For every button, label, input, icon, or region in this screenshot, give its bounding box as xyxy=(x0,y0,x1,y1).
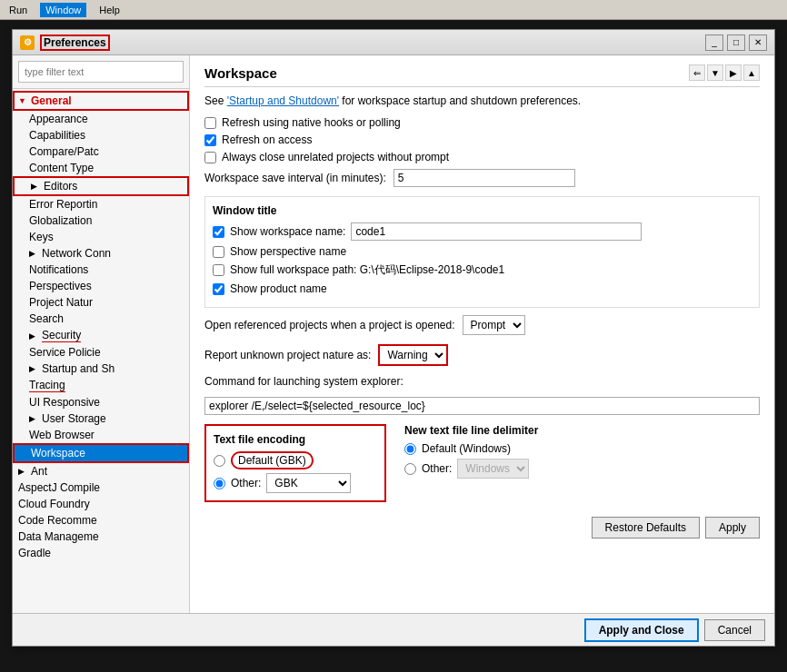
close-button[interactable]: ✕ xyxy=(749,35,767,51)
nav-back[interactable]: ⇐ xyxy=(689,64,705,81)
toggle-security[interactable]: ▶ xyxy=(29,331,40,341)
filter-input[interactable] xyxy=(18,61,184,83)
tree-item-web-browser[interactable]: Web Browser xyxy=(13,427,189,443)
encoding-other-label: Other: xyxy=(231,477,261,489)
tree-item-error-reporting[interactable]: Error Reportin xyxy=(13,196,189,212)
encoding-other-radio[interactable] xyxy=(214,478,225,489)
tree-area: ▼ General Appearance Capabilities Compar… xyxy=(13,89,189,613)
checkbox-product-name: Show product name xyxy=(213,282,752,295)
two-col-section: Text file encoding Default (GBK) Other: … xyxy=(204,424,760,502)
tree-item-perspectives[interactable]: Perspectives xyxy=(13,278,189,294)
startup-text: See 'Startup and Shutdown' for workspace… xyxy=(204,94,760,107)
open-projects-select[interactable]: Prompt Always Never xyxy=(463,315,525,335)
minimize-button[interactable]: _ xyxy=(705,35,723,51)
tree-item-security[interactable]: ▶ Security xyxy=(13,327,189,344)
checkbox-refresh-access: Refresh on access xyxy=(204,133,760,146)
startup-link[interactable]: 'Startup and Shutdown' xyxy=(227,94,339,107)
tree-item-general[interactable]: ▼ General xyxy=(13,91,189,111)
maximize-button[interactable]: □ xyxy=(727,35,745,51)
checkbox-refresh-native: Refresh using native hooks or polling xyxy=(204,116,760,129)
window-title-section: Window title Show workspace name: Show p… xyxy=(204,196,760,308)
tree-item-globalization[interactable]: Globalization xyxy=(13,212,189,229)
menu-run[interactable]: Run xyxy=(4,3,33,17)
command-row: Command for launching system explorer: xyxy=(204,375,760,388)
save-interval-input[interactable] xyxy=(394,169,575,187)
checkbox-workspace-name-input[interactable] xyxy=(213,226,224,238)
checkbox-close-unrelated: Always close unrelated projects without … xyxy=(204,151,760,163)
tree-item-compare[interactable]: Compare/Patc xyxy=(13,143,189,160)
tree-item-cloud-foundry[interactable]: Cloud Foundry xyxy=(13,496,189,512)
right-panel: Workspace ⇐ ▼ ▶ ▲ See 'Startup and Shutd… xyxy=(190,55,774,613)
menu-window[interactable]: Window xyxy=(40,3,86,17)
tree-item-project-natures[interactable]: Project Natur xyxy=(13,294,189,311)
tree-item-ant[interactable]: ▶ Ant xyxy=(13,463,189,479)
tree-item-ui-responsive[interactable]: UI Responsive xyxy=(13,394,189,410)
tree-item-data-management[interactable]: Data Manageme xyxy=(13,529,189,545)
restore-defaults-button[interactable]: Restore Defaults xyxy=(592,517,700,539)
dialog-footer: Apply and Close Cancel xyxy=(13,613,774,646)
cancel-button[interactable]: Cancel xyxy=(704,619,765,641)
checkbox-full-path-input[interactable] xyxy=(213,264,224,276)
line-delim-title: New text file line delimiter xyxy=(404,424,760,437)
apply-and-close-button[interactable]: Apply and Close xyxy=(584,618,699,642)
tree-item-gradle[interactable]: Gradle xyxy=(13,545,189,561)
window-title-label: Window title xyxy=(213,204,752,217)
command-input[interactable] xyxy=(204,397,760,415)
encoding-default-radio[interactable] xyxy=(214,455,225,467)
tree-item-appearance[interactable]: Appearance xyxy=(13,111,189,127)
open-projects-label: Open referenced projects when a project … xyxy=(204,319,455,331)
unknown-nature-label: Report unknown project nature as: xyxy=(204,349,371,361)
nav-down[interactable]: ▼ xyxy=(707,64,723,81)
panel-buttons: Restore Defaults Apply xyxy=(204,517,760,539)
menu-help[interactable]: Help xyxy=(94,3,125,17)
toggle-network[interactable]: ▶ xyxy=(29,249,40,258)
tree-item-tracing[interactable]: Tracing xyxy=(13,377,189,394)
tree-item-search[interactable]: Search xyxy=(13,311,189,327)
line-delim-other-select[interactable]: Windows Unix xyxy=(457,459,529,479)
tree-item-aspectj[interactable]: AspectJ Compile xyxy=(13,479,189,496)
encoding-default-row: Default (GBK) xyxy=(214,451,377,469)
tree-item-workspace[interactable]: Workspace xyxy=(13,443,189,463)
encoding-other-select[interactable]: GBK UTF-8 ISO-8859-1 xyxy=(266,473,351,493)
checkbox-refresh-native-input[interactable] xyxy=(204,117,216,129)
nav-forward[interactable]: ▶ xyxy=(725,64,742,81)
line-delim-default-label: Default (Windows) xyxy=(422,442,511,455)
checkbox-close-unrelated-input[interactable] xyxy=(204,152,216,163)
left-panel: ▼ General Appearance Capabilities Compar… xyxy=(13,55,190,613)
dialog-titlebar: ⚙ Preferences _ □ ✕ xyxy=(13,30,774,55)
save-interval-row: Workspace save interval (in minutes): xyxy=(204,169,760,187)
tree-item-notifications[interactable]: Notifications xyxy=(13,262,189,278)
apply-button[interactable]: Apply xyxy=(705,517,760,539)
line-delim-default-radio[interactable] xyxy=(404,443,416,455)
line-delim-other-radio[interactable] xyxy=(404,463,416,475)
encoding-other-row: Other: GBK UTF-8 ISO-8859-1 xyxy=(214,473,377,493)
tree-item-network[interactable]: ▶ Network Conn xyxy=(13,245,189,262)
tree-item-startup[interactable]: ▶ Startup and Sh xyxy=(13,361,189,377)
checkbox-workspace-name: Show workspace name: xyxy=(213,222,752,241)
preferences-dialog: ⚙ Preferences _ □ ✕ ▼ xyxy=(12,29,775,647)
save-interval-label: Workspace save interval (in minutes): xyxy=(204,172,386,184)
checkbox-full-path: Show full workspace path: G:\代码\Eclipse-… xyxy=(213,262,752,278)
tree-item-service-policies[interactable]: Service Policie xyxy=(13,344,189,361)
checkbox-product-name-input[interactable] xyxy=(213,283,224,295)
preferences-icon: ⚙ xyxy=(20,35,35,50)
tree-item-keys[interactable]: Keys xyxy=(13,229,189,245)
tree-item-content-type[interactable]: Content Type xyxy=(13,160,189,176)
checkbox-refresh-access-input[interactable] xyxy=(204,134,216,146)
line-delim-default-row: Default (Windows) xyxy=(404,442,760,455)
tree-item-capabilities[interactable]: Capabilities xyxy=(13,127,189,143)
tree-item-editors[interactable]: ▶ Editors xyxy=(13,176,189,196)
line-delim-other-label: Other: xyxy=(422,462,452,475)
checkbox-perspective-name-input[interactable] xyxy=(213,246,224,258)
toggle-startup[interactable]: ▶ xyxy=(29,364,40,373)
encoding-section: Text file encoding Default (GBK) Other: … xyxy=(204,424,386,502)
toggle-user-storage[interactable]: ▶ xyxy=(29,414,40,423)
unknown-nature-select[interactable]: Warning Error Ignore xyxy=(378,344,448,366)
workspace-name-input[interactable] xyxy=(351,222,642,241)
toggle-editors[interactable]: ▶ xyxy=(31,182,42,191)
toggle-ant[interactable]: ▶ xyxy=(18,467,29,476)
nav-up[interactable]: ▲ xyxy=(743,64,760,81)
tree-item-user-storage[interactable]: ▶ User Storage xyxy=(13,410,189,427)
toggle-general[interactable]: ▼ xyxy=(18,96,29,105)
tree-item-code-recommender[interactable]: Code Recomme xyxy=(13,512,189,529)
